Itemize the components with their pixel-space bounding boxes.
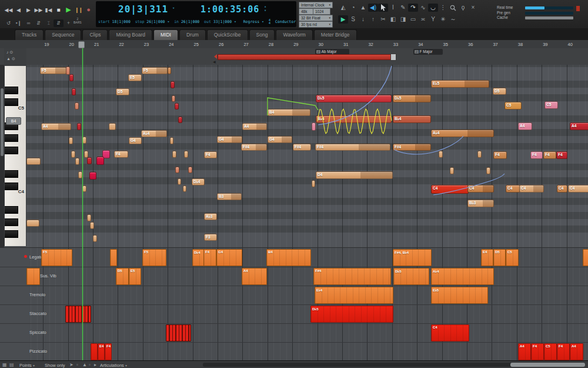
midi-note[interactable] — [87, 157, 92, 164]
rewind-button[interactable]: ◀◀ — [4, 6, 14, 15]
velocity-tool-icon[interactable]: ✳ — [438, 15, 448, 24]
articulation-block[interactable]: E4 — [481, 249, 493, 266]
midi-note[interactable]: D5 — [116, 88, 129, 95]
midi-note[interactable]: F#4 — [293, 144, 311, 151]
time-signature[interactable]: 44 — [269, 19, 270, 25]
pause-button[interactable]: ❙❙ — [74, 6, 83, 15]
midi-note[interactable]: A4 — [242, 123, 267, 130]
midi-note[interactable] — [69, 74, 74, 81]
marker-strip[interactable]: ♫Ab Major♫F Major◀ — [0, 48, 588, 65]
memory-stop-icon[interactable]: ▪❙ — [14, 19, 24, 27]
zoom-tool-icon[interactable] — [448, 4, 458, 12]
midi-note[interactable]: D♭4 — [192, 178, 205, 185]
midi-note[interactable]: A♭4 — [431, 130, 494, 137]
articulation-block[interactable]: A♭4 — [431, 268, 494, 285]
playhead-grip[interactable] — [78, 41, 85, 48]
articulation-block[interactable]: G4 — [216, 249, 242, 266]
midi-note[interactable] — [312, 180, 315, 187]
stop-caret-icon[interactable]: ▾ — [167, 19, 169, 24]
black-key[interactable] — [5, 87, 18, 94]
articulation-block[interactable] — [583, 249, 588, 266]
midi-note[interactable]: A4 — [41, 123, 71, 130]
shift-up-icon[interactable]: ↑ — [368, 15, 378, 24]
expand-filter-icon[interactable]: ▸ — [94, 362, 96, 367]
ibeam-tool-icon[interactable]: I — [388, 4, 398, 12]
out-caret-icon[interactable]: ▾ — [234, 19, 236, 24]
midi-note[interactable]: C4 — [506, 185, 520, 193]
midi-note[interactable]: F#4 — [315, 144, 390, 151]
square-filter-icon[interactable]: ▫ — [76, 362, 78, 367]
tab-midi[interactable]: MIDI — [153, 29, 178, 40]
clock-source-select[interactable]: Internal Clock▾ — [299, 2, 333, 8]
black-key[interactable] — [5, 183, 18, 190]
midi-note-grid[interactable]: F5F5E5D5A4A♭4G4F4F4D♭4B3A♭3F3A4G4G4F#4F#… — [26, 65, 588, 247]
record-button[interactable]: ● — [83, 5, 93, 14]
stop-button[interactable]: ■ — [54, 5, 64, 14]
step-forward-button[interactable]: ▶ — [24, 6, 34, 15]
midi-note[interactable] — [82, 185, 86, 192]
articulation-block[interactable]: D♭5 — [393, 268, 429, 285]
articulation-block[interactable]: E5 — [129, 268, 141, 285]
midi-note[interactable] — [82, 137, 86, 144]
articulation-block[interactable] — [110, 249, 117, 266]
midi-note[interactable] — [170, 137, 173, 144]
overdub-icon[interactable]: ⇵ — [34, 19, 44, 27]
articulation-block[interactable] — [166, 324, 191, 342]
midi-note[interactable] — [66, 67, 70, 75]
midi-note[interactable]: F4 — [530, 151, 543, 159]
key-signature-marker[interactable]: ♫F Major — [413, 49, 443, 55]
black-key[interactable] — [5, 147, 18, 154]
grid-view-icon[interactable]: ▦ — [2, 362, 7, 367]
midi-note[interactable] — [183, 185, 186, 192]
trim-end-icon[interactable]: ◨ — [398, 15, 408, 24]
step-back-button[interactable]: ◀ — [14, 6, 24, 15]
midi-note[interactable] — [171, 81, 175, 88]
articulation-block[interactable]: D♭4 — [192, 249, 205, 266]
in-value[interactable]: 26|1|000 — [181, 19, 199, 24]
points-selector[interactable]: Points ▾ — [19, 363, 35, 368]
shift-down-icon[interactable]: ↓ — [358, 15, 368, 24]
midi-note[interactable]: F3 — [204, 234, 217, 241]
midi-note[interactable]: G4 — [268, 136, 292, 143]
white-key[interactable] — [5, 66, 26, 78]
cursor-filter-icon[interactable]: ➤ — [69, 362, 74, 367]
articulation-block[interactable]: F4 — [105, 343, 112, 360]
smart-select-icon[interactable]: S — [348, 15, 358, 24]
tab-drum[interactable]: Drum — [179, 29, 206, 40]
white-key[interactable] — [5, 246, 26, 246]
loop-start-handle[interactable] — [214, 54, 217, 59]
tab-sequence[interactable]: Sequence — [45, 29, 81, 40]
return-to-start-button[interactable]: ▮◀ — [44, 6, 54, 15]
midi-note[interactable]: B4 — [268, 109, 310, 116]
midi-note[interactable]: C4 — [557, 185, 567, 193]
midi-note[interactable] — [188, 167, 192, 173]
conductor-selector[interactable]: Conductor — [275, 19, 296, 24]
black-key[interactable] — [5, 206, 18, 214]
scrub-tool-icon[interactable]: ϙ — [458, 4, 468, 12]
midi-note[interactable]: D♭5 — [393, 95, 431, 102]
midi-note[interactable]: F4 — [543, 151, 556, 159]
midi-note[interactable] — [26, 158, 41, 165]
midi-note[interactable]: D♭5 — [316, 95, 392, 102]
articulation-block[interactable]: E♭5 — [431, 287, 488, 304]
midi-note[interactable] — [450, 167, 454, 174]
midi-note[interactable]: C4 — [568, 185, 588, 193]
black-key[interactable] — [5, 98, 18, 106]
tab-song[interactable]: Song — [249, 29, 275, 40]
midi-note[interactable]: C4 — [431, 185, 469, 194]
note-zoom-icon[interactable]: ♪ ⊙ — [6, 50, 13, 55]
horizontal-scrollbar[interactable] — [203, 363, 585, 367]
midi-note[interactable]: D5 — [493, 88, 506, 95]
midi-note[interactable] — [109, 123, 116, 130]
midi-note[interactable]: F#4 — [393, 144, 431, 151]
horizontal-scrollbar-thumb[interactable] — [510, 363, 585, 367]
link-playback-icon[interactable]: ∞ — [24, 19, 34, 27]
undo-icon[interactable]: ↺ — [4, 19, 14, 27]
bar-beat-counter[interactable]: 20|3|311 — [118, 4, 168, 15]
vertical-scrollbar-thumb[interactable] — [1, 88, 4, 156]
articulation-block[interactable]: F#4, B♭4 — [393, 249, 432, 266]
scissors-tool-icon[interactable]: ✂ — [378, 15, 388, 24]
midi-note[interactable]: B♭4 — [316, 115, 392, 123]
articulation-block[interactable]: B4 — [266, 249, 311, 266]
articulation-block[interactable] — [91, 343, 98, 360]
